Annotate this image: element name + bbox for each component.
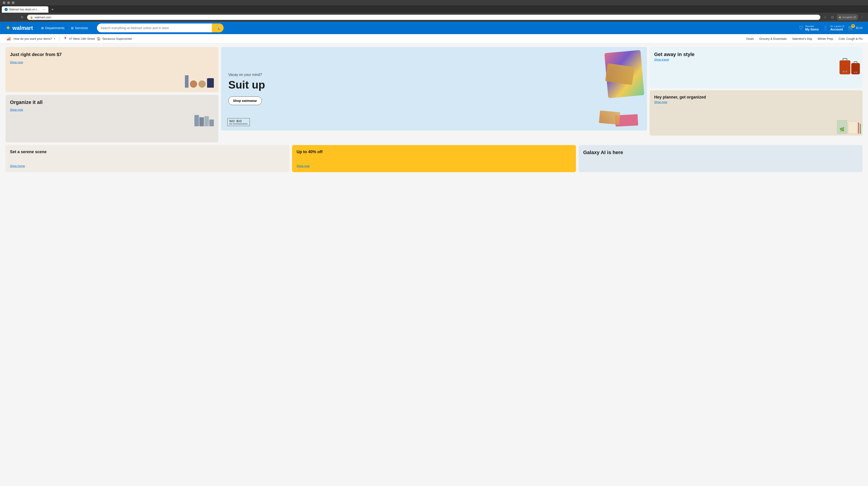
planner-promo-card[interactable]: Hey planner, get organized Shop now 🌿 (650, 90, 863, 135)
heart-icon: ♡ (799, 25, 803, 31)
decor-promo-card[interactable]: Just right decor from $7 Shop now (5, 47, 218, 92)
galaxy-promo-card[interactable]: Galaxy AI is here (579, 145, 863, 172)
grocery-link[interactable]: Grocery & Essentials (759, 37, 786, 40)
valentines-link[interactable]: Valentine's Day (792, 37, 812, 40)
travel-promo-card[interactable]: Get away in style Shop travel (650, 47, 863, 88)
delivery-label: How do you want your items? (13, 37, 52, 40)
travel-card-title: Get away in style (654, 52, 858, 57)
services-nav-item[interactable]: ⊞ Services (68, 25, 91, 31)
forward-button[interactable]: → (11, 14, 17, 20)
tab-close-button[interactable]: × (42, 8, 46, 11)
bottom-promo-row: Set a serene scene Shop home Up to 40% o… (5, 145, 863, 172)
travel-card-content: Get away in style Shop travel (654, 52, 858, 61)
suitcase-visual (839, 60, 860, 74)
store-home-icon: 🏠 (97, 37, 101, 40)
promo-grid: Just right decor from $7 Shop now (5, 47, 863, 142)
lock-icon: 🔒 (30, 15, 33, 19)
tab-favicon: W (4, 8, 8, 11)
organize-shop-link[interactable]: Shop now (10, 108, 214, 111)
secondary-nav-links: Deals Grocery & Essentials Valentine's D… (746, 37, 863, 40)
store-name: Secaucus Supercenter (102, 37, 132, 40)
browser-tabs: W Walmart has deals on the most... × + (0, 5, 868, 13)
delivery-truck-icon: 🚚 (5, 35, 12, 42)
store-info: 📍 47 West 13th Street 🏠 Secaucus Superce… (63, 37, 132, 40)
travel-shop-link[interactable]: Shop travel (654, 58, 669, 61)
organize-card-title: Organize it all (10, 99, 214, 105)
bookmark-button[interactable]: ☆ (822, 14, 829, 20)
cart-count: 0 (851, 24, 855, 28)
spark-icon: ✦ (5, 24, 11, 32)
reorder-button[interactable]: ♡ Reorder My Items (799, 25, 819, 31)
url-text: walmart.com (35, 15, 51, 19)
swimsuit-visual (408, 47, 647, 131)
user-icon: 👤 (822, 25, 829, 31)
organize-promo-card[interactable]: Organize it all Shop now (5, 95, 218, 142)
window-minimize-button[interactable]: – (7, 1, 10, 4)
cold-flu-link[interactable]: Cold, Cough & Flu (839, 37, 863, 40)
account-text: Hi, Lauren D Account (830, 25, 844, 31)
search-container: 🔍 (97, 24, 223, 32)
cart-badge: 🛒 0 (848, 25, 854, 31)
sale-shop-link[interactable]: Shop now (297, 164, 571, 168)
deals-link[interactable]: Deals (746, 37, 754, 40)
departments-nav-item[interactable]: ⊞ Departments (38, 25, 67, 31)
secondary-nav: 🚚 How do you want your items? ▾ | 📍 47 W… (0, 34, 868, 43)
planner-card-title: Hey planner, get organized (654, 95, 858, 100)
decor-card-content: Just right decor from $7 Shop now (10, 52, 214, 64)
window-controls: × – □ (3, 1, 14, 4)
tab-title: Walmart has deals on the most... (9, 8, 41, 11)
search-input[interactable] (97, 24, 212, 32)
search-box: 🔍 (97, 24, 223, 32)
planner-shop-link[interactable]: Shop now (654, 100, 667, 104)
search-icon: 🔍 (215, 26, 220, 30)
walmart-header: ✦ walmart ⊞ Departments ⊞ Services 🔍 ♡ R… (0, 22, 868, 34)
serene-shop-link[interactable]: Shop home (10, 164, 285, 168)
cart-price: $0.00 (856, 26, 863, 30)
window-close-button[interactable]: × (3, 1, 5, 4)
delivery-arrow-icon: ▾ (54, 37, 55, 40)
services-grid-icon: ⊞ (71, 26, 74, 30)
logo-text: walmart (12, 25, 33, 31)
cart-button[interactable]: 🛒 0 $0.00 (848, 25, 863, 31)
serene-card-title: Set a serene scene (10, 150, 285, 154)
serene-promo-card[interactable]: Set a serene scene Shop home (5, 145, 289, 172)
incognito-badge: 🕵 Incognito (3) (837, 14, 858, 20)
browser-actions: ☆ ⊡ 🕵 Incognito (3) ⋮ (822, 14, 865, 20)
account-button[interactable]: 👤 Hi, Lauren D Account (822, 25, 844, 31)
back-button[interactable]: ← (3, 14, 9, 20)
decor-visual (10, 75, 214, 88)
walmart-logo[interactable]: ✦ walmart (5, 24, 33, 32)
reorder-text: Reorder My Items (805, 25, 819, 31)
planner-card-content: Hey planner, get organized Shop now (654, 95, 858, 104)
delivery-selector[interactable]: 🚚 How do you want your items? ▾ (5, 35, 55, 42)
promo-right-column: Get away in style Shop travel (650, 47, 863, 142)
window-maximize-button[interactable]: □ (12, 1, 14, 4)
location-pin-icon: 📍 (63, 37, 67, 40)
nav-divider: | (59, 36, 60, 41)
active-tab[interactable]: W Walmart has deals on the most... × (2, 6, 49, 13)
sale-promo-card[interactable]: Up to 40% off Shop now (292, 145, 576, 172)
browser-navbar: ← → ↻ 🔒 walmart.com ☆ ⊡ 🕵 Incognito (3) … (0, 13, 868, 22)
sale-card-title: Up to 40% off (297, 150, 571, 154)
planner-decoration: 🌿 (839, 127, 844, 132)
reload-button[interactable]: ↻ (19, 14, 25, 20)
browser-titlebar: × – □ (0, 0, 868, 5)
header-actions: ♡ Reorder My Items 👤 Hi, Lauren D Accoun… (799, 25, 863, 31)
main-content: Just right decor from $7 Shop now (0, 43, 868, 486)
decor-shop-link[interactable]: Shop now (10, 61, 23, 64)
decor-card-title: Just right decor from $7 (10, 52, 214, 57)
center-banner-card[interactable]: Vacay on your mind? Suit up Shop swimwea… (221, 47, 647, 131)
organize-visual (10, 115, 214, 126)
promo-left-column: Just right decor from $7 Shop now (5, 47, 218, 142)
new-tab-button[interactable]: + (49, 6, 56, 13)
address-bar[interactable]: 🔒 walmart.com (27, 15, 820, 20)
winter-prep-link[interactable]: Winter Prep (817, 37, 833, 40)
galaxy-card-title: Galaxy AI is here (583, 150, 858, 156)
search-button[interactable]: 🔍 (212, 24, 223, 32)
browser-window: × – □ W Walmart has deals on the most...… (0, 0, 868, 22)
departments-grid-icon: ⊞ (41, 26, 44, 30)
shop-swimwear-button[interactable]: Shop swimwear (228, 96, 262, 105)
nobo-logo: NO BO NO BOUNDARIES (227, 118, 250, 126)
split-screen-button[interactable]: ⊡ (829, 14, 836, 20)
browser-menu-button[interactable]: ⋮ (859, 14, 865, 20)
